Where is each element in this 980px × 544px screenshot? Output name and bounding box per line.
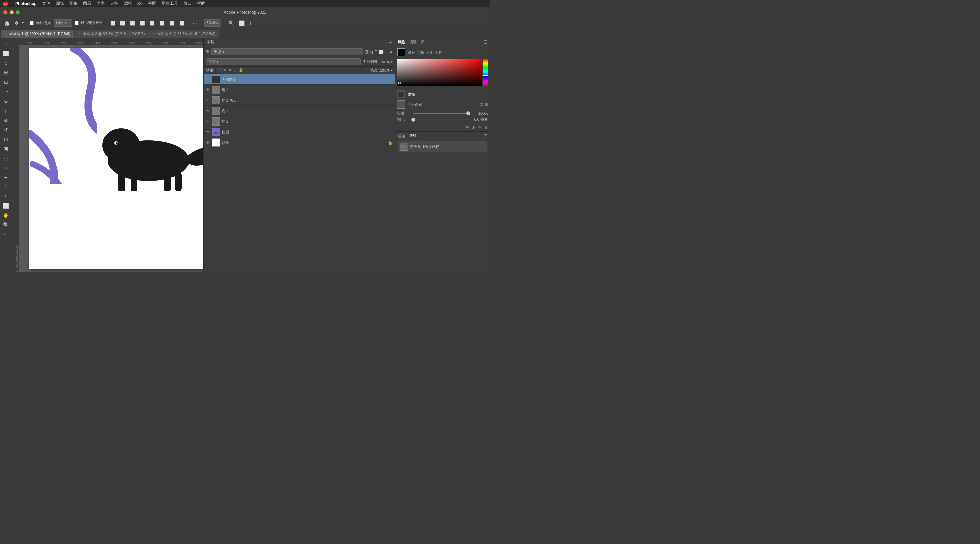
layer-3-visibility[interactable]: 👁	[206, 98, 211, 103]
menu-type[interactable]: 文字	[97, 1, 105, 6]
layer-5-visibility[interactable]: 👁	[206, 119, 211, 124]
more-tools[interactable]: ···	[2, 230, 11, 239]
gradient-tool[interactable]: ▣	[2, 144, 11, 153]
layout-icon[interactable]: ⬜	[237, 20, 246, 27]
tab-properties[interactable]: 属性	[398, 40, 405, 45]
path-type-icon1[interactable]: ⊡	[480, 102, 483, 107]
density-slider[interactable]	[413, 113, 469, 114]
panel-collapse-icon[interactable]: −	[385, 40, 387, 45]
apple-menu[interactable]: 🍎	[3, 1, 8, 6]
move-tool-btn[interactable]: ✥	[2, 40, 11, 48]
minimize-button[interactable]	[10, 10, 14, 14]
home-icon[interactable]: 🏠	[3, 20, 11, 27]
healing-brush-tool[interactable]: ⊕	[2, 97, 11, 105]
text-tool[interactable]: T	[2, 182, 11, 191]
filter-type-dropdown[interactable]: 类型 ▾	[211, 48, 363, 56]
history-brush-tool[interactable]: ↺	[2, 125, 11, 134]
tab-1-close[interactable]: ×	[5, 32, 7, 36]
layer-4-visibility[interactable]: 👁	[206, 108, 211, 113]
object-select-tool[interactable]: ⊞	[2, 68, 11, 77]
color-gradient-field[interactable]	[397, 59, 482, 86]
lock-position-icon[interactable]: ✥	[228, 68, 231, 72]
filter-smart-icon[interactable]: ⊕	[385, 50, 388, 54]
tab-2[interactable]: × 未标题-2 @ 33.3% (美洲豹 1, RGB/8)	[75, 30, 149, 38]
layer-1-visibility[interactable]: 👁	[206, 77, 211, 82]
distribute-spacing-icon[interactable]: ⬜	[168, 20, 176, 26]
tab-3-close[interactable]: ×	[153, 32, 155, 36]
eraser-tool[interactable]: ⊞	[2, 135, 11, 143]
lock-artboard-icon[interactable]: ⊡	[234, 68, 237, 72]
fill-value[interactable]: 100%	[380, 68, 390, 72]
close-button[interactable]	[3, 10, 8, 14]
layer-item-3[interactable]: 👁 鹿 1 拷贝	[204, 95, 395, 106]
menu-file[interactable]: 文件	[42, 1, 50, 6]
show-transform-checkbox[interactable]	[75, 21, 79, 25]
distribute-icon[interactable]: ⬜	[178, 20, 186, 26]
eyedropper-tool[interactable]: ⊸	[2, 87, 11, 96]
menu-3d[interactable]: 3D	[137, 2, 143, 6]
clone-stamp-tool[interactable]: ⊘	[2, 116, 11, 124]
mask-action-invert[interactable]: ◑	[472, 125, 475, 129]
layer-item-6[interactable]: 👁 牡鹿 1	[204, 127, 395, 137]
filter-pixel-icon[interactable]: 🖼	[364, 50, 369, 54]
color-panel-tab2[interactable]: 色板	[417, 50, 424, 55]
lock-image-icon[interactable]: ✏	[223, 68, 226, 72]
paths-tab[interactable]: 路径	[409, 133, 417, 139]
blur-tool[interactable]: ◌	[2, 154, 11, 162]
color-swatch-fg[interactable]	[397, 48, 405, 56]
search-icon[interactable]: 🔍	[227, 20, 235, 27]
distribute-center-icon[interactable]: ⬜	[148, 20, 156, 26]
tab-adjustments[interactable]: 调整	[409, 40, 417, 45]
menu-filter[interactable]: 滤镜	[124, 1, 132, 6]
menu-photoshop[interactable]: Photoshop	[15, 2, 37, 6]
share-icon[interactable]: ↑	[248, 20, 253, 27]
blend-mode-dropdown[interactable]: 正常 ▾	[206, 58, 361, 65]
channels-tab[interactable]: 通道	[398, 134, 405, 139]
color-panel-tab3[interactable]: 渐变	[426, 50, 433, 55]
color-panel-tab4[interactable]: 图案	[434, 50, 442, 55]
lock-all-icon[interactable]: 🔒	[239, 68, 243, 72]
path-item-1[interactable]: 美洲豹 1形状路径	[398, 141, 487, 152]
layer-2-visibility[interactable]: 👁	[206, 87, 211, 92]
panel-menu-right[interactable]: ☰	[484, 40, 487, 45]
lasso-tool[interactable]: ⌂	[2, 59, 11, 67]
align-top-icon[interactable]: ⬜	[109, 20, 117, 26]
3d-mode-button[interactable]: 3D模式	[204, 19, 221, 27]
tab-2-close[interactable]: ×	[79, 32, 81, 36]
menu-plugins[interactable]: 增效工具	[162, 1, 178, 6]
path-type-icon2[interactable]: ⊞	[485, 102, 488, 107]
layer-7-visibility[interactable]: 👁	[206, 140, 211, 145]
layer-item-7[interactable]: 👁 背景 🔒	[204, 137, 395, 148]
maximize-button[interactable]	[16, 10, 20, 14]
pen-tool[interactable]: ✒	[2, 173, 11, 182]
dodge-tool[interactable]: ○	[2, 163, 11, 172]
menu-window[interactable]: 窗口	[183, 1, 192, 6]
opacity-value[interactable]: 100%	[380, 60, 390, 64]
align-bottom-icon[interactable]: ⬜	[129, 20, 137, 26]
distribute-right-icon[interactable]: ⬜	[158, 20, 166, 26]
filter-shape-icon[interactable]: ⬜	[379, 50, 384, 54]
layer-item-4[interactable]: 👁 鹿 1	[204, 106, 395, 116]
feather-slider[interactable]	[413, 119, 469, 121]
rectangular-marquee-tool[interactable]: ⬜	[2, 49, 11, 58]
menu-edit[interactable]: 编辑	[56, 1, 64, 6]
canvas[interactable]: ↓	[19, 45, 204, 272]
auto-select-dropdown[interactable]: 图层 ▾	[54, 19, 73, 27]
tab-3[interactable]: × 未标题-3 @ 33.3% (牡鹿 1, RGB/8)	[150, 30, 220, 38]
mask-action-visibility[interactable]: 👁	[478, 125, 482, 129]
layer-item-1[interactable]: 👁 美洲豹 1	[204, 74, 395, 85]
menu-layer[interactable]: 图层	[83, 1, 91, 6]
layer-item-5[interactable]: 👁 鹿 1	[204, 116, 395, 127]
layer-item-2[interactable]: 👁 鹿 1	[204, 85, 395, 95]
menu-select[interactable]: 选择	[110, 1, 118, 6]
shape-tool[interactable]: ⬜	[2, 201, 11, 210]
more-icon[interactable]: ···	[192, 20, 198, 27]
tab-library[interactable]: 库	[421, 40, 425, 45]
path-selection-tool[interactable]: ↖	[2, 192, 11, 201]
filter-adjustment-icon[interactable]: ◑	[370, 50, 373, 54]
layer-6-visibility[interactable]: 👁	[206, 130, 211, 134]
auto-select-checkbox[interactable]	[30, 21, 34, 25]
menu-view[interactable]: 视图	[148, 1, 156, 6]
mask-action-delete[interactable]: 🗑	[484, 125, 488, 129]
paths-panel-menu[interactable]: ☰	[484, 134, 487, 138]
